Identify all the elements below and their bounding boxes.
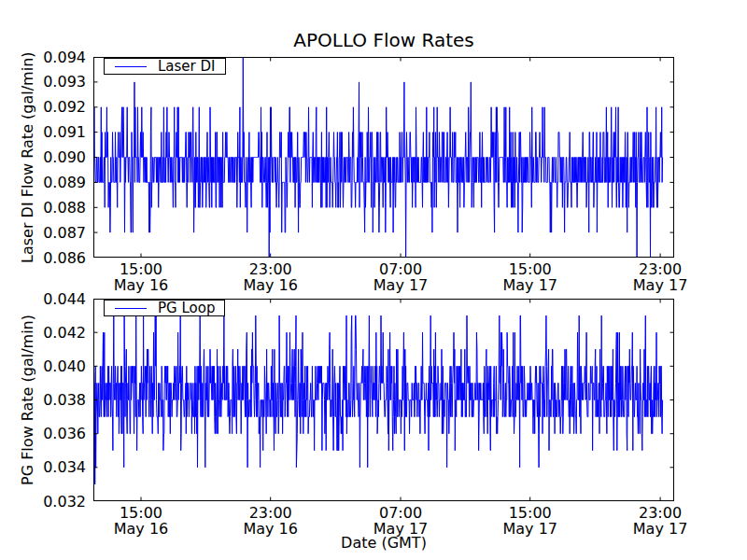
figure: APOLLO Flow Rates Laser DI Flow Rate (ga… (0, 0, 747, 560)
legend-laser-di: Laser DI (104, 58, 226, 75)
x-tick-time: 23:00 (226, 261, 316, 277)
x-tick-time: 15:00 (486, 261, 575, 277)
x-tick-label: 23:00May 16 (226, 261, 316, 293)
x-tick-date: May 17 (615, 521, 705, 537)
x-tick-time: 23:00 (615, 261, 705, 277)
x-tick-date: May 17 (615, 277, 705, 293)
x-tick-date: May 17 (486, 521, 575, 537)
x-tick-time: 07:00 (356, 505, 445, 521)
x-tick-label: 15:00May 16 (96, 505, 186, 537)
x-tick-label: 07:00May 17 (356, 261, 445, 293)
x-tick-time: 23:00 (615, 505, 705, 521)
y-tick-label: 0.086 (28, 250, 86, 266)
x-tick-date: May 16 (226, 521, 316, 537)
y-tick-label: 0.090 (28, 149, 86, 165)
x-tick-label: 23:00May 16 (226, 505, 316, 537)
x-tick-label: 07:00May 17 (356, 505, 445, 537)
y-tick-label: 0.042 (28, 325, 86, 341)
x-tick-date: May 16 (96, 521, 186, 537)
y-tick-label: 0.087 (28, 225, 86, 241)
x-tick-date: May 16 (226, 277, 316, 293)
x-tick-time: 23:00 (226, 505, 316, 521)
x-tick-label: 15:00May 16 (96, 261, 186, 293)
y-tick-label: 0.032 (28, 494, 86, 510)
pg-loop-series-line (93, 315, 663, 484)
legend-label: PG Loop (158, 301, 215, 315)
plot-pg-loop: PG Loop (93, 299, 674, 501)
x-tick-date: May 17 (356, 521, 445, 537)
plot-laser-di: Laser DI (93, 57, 674, 258)
x-tick-label: 23:00May 17 (615, 505, 705, 537)
laser-di-series-line (93, 57, 663, 258)
laser-di-plot-canvas (93, 57, 674, 258)
y-tick-label: 0.040 (28, 358, 86, 374)
x-tick-time: 15:00 (96, 261, 186, 277)
y-tick-label: 0.088 (28, 200, 86, 216)
x-tick-label: 23:00May 17 (615, 261, 705, 293)
x-tick-time: 07:00 (356, 261, 445, 277)
chart-title: APOLLO Flow Rates (93, 29, 674, 51)
y-tick-label: 0.044 (28, 291, 86, 307)
x-tick-date: May 17 (356, 277, 445, 293)
legend-line-sample (115, 308, 147, 309)
x-tick-label: 15:00May 17 (486, 261, 575, 293)
legend-line-sample (115, 66, 147, 67)
legend-label: Laser DI (158, 60, 216, 74)
legend-pg-loop: PG Loop (104, 300, 225, 316)
pg-loop-plot-canvas (93, 299, 674, 501)
x-tick-time: 15:00 (96, 505, 186, 521)
y-tick-label: 0.038 (28, 392, 86, 408)
y-tick-label: 0.034 (28, 459, 86, 475)
x-tick-date: May 16 (96, 277, 186, 293)
x-tick-label: 15:00May 17 (486, 505, 575, 537)
y-tick-label: 0.091 (28, 124, 86, 140)
y-tick-label: 0.094 (28, 49, 86, 65)
y-tick-label: 0.036 (28, 426, 86, 441)
x-tick-date: May 17 (486, 277, 575, 293)
x-tick-time: 15:00 (486, 505, 575, 521)
y-tick-label: 0.092 (28, 99, 86, 115)
y-tick-label: 0.089 (28, 175, 86, 190)
y-tick-label: 0.093 (28, 74, 86, 90)
